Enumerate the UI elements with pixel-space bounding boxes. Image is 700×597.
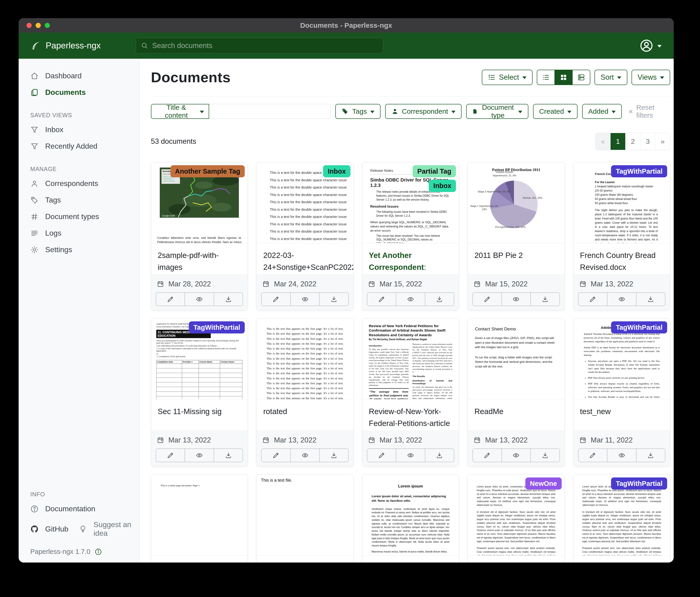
download-document-button[interactable] [425,449,454,462]
document-preview[interactable]: Release NotesSimba ODBC Driver for SQL S… [362,162,459,243]
view-detail-button[interactable] [572,70,590,85]
document-card[interactable]: Contact Sheet DemoGiven a set of image f… [468,318,565,467]
filter-field-button[interactable]: Title & content [151,104,209,119]
sidebar-item-logs[interactable]: Logs [30,225,133,241]
filter-tags-button[interactable]: Tags [335,104,380,119]
tag-badge[interactable]: NewOne [525,477,562,489]
document-title[interactable]: Review-of-New-York-Federal-Petitions-art… [362,399,459,431]
sort-button[interactable]: Sort [595,70,627,85]
document-title[interactable]: Yet Another Correspondent: Testing Email [362,243,459,274]
edit-document-button[interactable] [473,449,502,462]
edit-document-button[interactable] [578,292,607,306]
document-card[interactable]: Lorem ipsum dolor sit amet, consectetur … [468,474,565,563]
app-brand[interactable]: Paperless-ngx [31,41,101,51]
sidebar-item-document-types[interactable]: Document types [30,208,133,225]
views-button[interactable]: Views [631,70,670,85]
select-button[interactable]: Select [482,70,532,85]
page-button-3[interactable]: 3 [640,133,655,150]
edit-document-button[interactable] [367,292,396,306]
sidebar-item-correspondents[interactable]: Correspondents [30,175,133,192]
tag-badge[interactable]: TagWithPartial [189,321,245,333]
document-preview[interactable]: Adobe Acrobat PDF FilesAdobe® Portable D… [574,318,670,399]
download-document-button[interactable] [530,449,559,462]
sidebar-item-dashboard[interactable]: Dashboard [30,68,133,84]
view-document-button[interactable] [185,292,214,306]
document-preview[interactable]: This is a test file. [257,475,353,555]
document-card[interactable]: Review of New York Federal Petitions for… [362,318,459,467]
document-card[interactable]: Boundary Waters Trip6 days in BWCA▲ Day … [151,162,248,310]
document-card[interactable]: This is a test file.simple txt file [256,474,353,563]
document-preview[interactable]: Lorem ipsumLorem ipsum dolor sit amet, c… [362,475,459,555]
view-document-button[interactable] [607,292,636,306]
download-document-button[interactable] [214,292,243,306]
edit-document-button[interactable] [156,449,185,462]
filter-added-button[interactable]: Added [582,104,622,119]
document-preview[interactable]: This is a multi page document. Page 1. [151,475,248,555]
document-card[interactable]: Lorem ipsum dolor sit amet, consectetur … [573,474,670,563]
document-card[interactable]: Release NotesSimba ODBC Driver for SQL S… [362,162,459,310]
edit-document-button[interactable] [578,449,607,462]
view-document-button[interactable] [502,449,531,462]
filter-document-type-button[interactable]: Document type [466,104,528,119]
sidebar-item-documentation[interactable]: Documentation [30,501,133,517]
document-card[interactable]: Application for Medical Staff MembersGoo… [151,318,248,467]
page-button-2[interactable]: 2 [625,133,640,150]
sidebar-item-documents[interactable]: Documents [30,84,133,101]
sidebar-item-recently-added[interactable]: Recently Added [30,138,133,154]
download-document-button[interactable] [319,449,348,462]
document-title[interactable]: Newest Correspondent: f_combinado [468,555,564,563]
download-document-button[interactable] [319,292,348,306]
view-document-button[interactable] [502,292,531,306]
document-preview[interactable]: French Country BreadFor the Leaven1 heap… [574,162,670,243]
document-title[interactable]: sample-pdf-download-10-mb-longer-title [574,555,670,563]
document-preview[interactable]: Contact Sheet DemoGiven a set of image f… [468,318,564,399]
document-title[interactable]: test_new [574,399,670,431]
filter-correspondent-button[interactable]: Correspondent [385,104,461,119]
search-input[interactable] [136,38,383,53]
document-title[interactable]: 2011 BP Pie 2 [468,243,564,274]
view-grid-button[interactable] [554,70,573,85]
document-card[interactable]: This is the text that appears on the fir… [256,318,353,467]
document-title[interactable]: 2sample-pdf-with-images [151,243,248,274]
document-title[interactable]: file-sample_150kBs [362,555,459,563]
document-title[interactable]: simple txt file [257,555,353,563]
page-button-1[interactable]: 1 [610,133,625,150]
edit-document-button[interactable] [261,449,291,462]
view-document-button[interactable] [396,292,425,306]
download-document-button[interactable] [636,449,665,462]
document-card[interactable]: Patient BP Distribution 2011Normal, 151,… [468,162,565,310]
view-document-button[interactable] [291,449,320,462]
tag-badge[interactable]: TagWithPartial [611,321,667,333]
sidebar-item-settings[interactable]: Settings [30,241,133,258]
download-document-button[interactable] [214,449,243,462]
tag-badge[interactable]: Another Sample Tag [171,165,245,177]
download-document-button[interactable] [636,292,665,306]
page-button-»[interactable]: » [655,133,670,150]
sidebar-item-tags[interactable]: Tags [30,192,133,208]
sidebar-item-suggest-idea[interactable]: Suggest an idea [79,517,133,541]
sidebar-item-inbox[interactable]: Inbox [30,121,133,138]
document-title[interactable]: multi-page-mixedxx [151,555,248,563]
document-preview[interactable]: Lorem ipsum dolor sit amet, consectetur … [574,475,670,555]
tag-badge[interactable]: TagWithPartial [611,477,667,489]
tag-badge[interactable]: Inbox [429,180,456,192]
download-document-button[interactable] [425,292,454,306]
edit-document-button[interactable] [367,449,396,462]
document-card[interactable]: This is a multi page document. Page 1.mu… [151,474,248,563]
document-preview[interactable]: Application for Medical Staff MembersGoo… [151,318,248,399]
document-preview[interactable]: This is a test for the double space char… [257,162,353,243]
tag-badge[interactable]: TagWithPartial [611,165,667,177]
edit-document-button[interactable] [156,292,185,306]
document-title[interactable]: ReadMe [468,399,564,431]
tag-badge[interactable]: Inbox [323,165,350,177]
filter-query-input[interactable] [209,104,331,119]
user-menu[interactable] [639,39,661,53]
view-document-button[interactable] [396,449,425,462]
view-document-button[interactable] [185,449,214,462]
document-preview[interactable]: Patient BP Distribution 2011Normal, 151,… [468,162,564,243]
document-title[interactable]: Sec 11-Missing sig [151,399,248,431]
sidebar-item-github[interactable]: GitHub [30,522,69,536]
document-preview[interactable]: Lorem ipsum dolor sit amet, consectetur … [468,475,564,555]
filter-created-button[interactable]: Created [533,104,577,119]
document-card[interactable]: This is a test for the double space char… [256,162,353,310]
